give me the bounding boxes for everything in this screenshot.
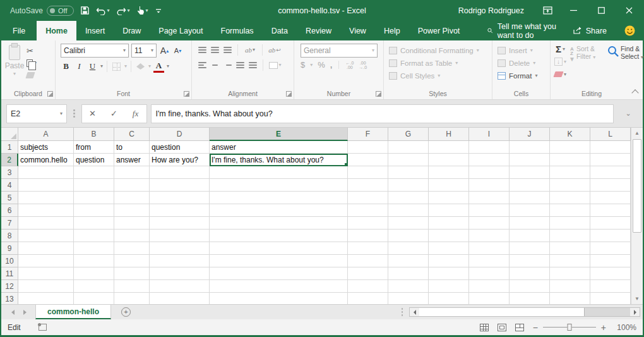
wrap-text-button[interactable]: ab↩	[268, 44, 281, 56]
previous-sheet-arrow[interactable]	[11, 310, 15, 315]
fill-color-button[interactable]	[135, 60, 146, 73]
paste-button[interactable]: Paste ▾	[3, 42, 27, 89]
row-header-11[interactable]: 11	[1, 267, 18, 280]
column-header-C[interactable]: C	[114, 128, 150, 141]
cell-F2[interactable]	[348, 154, 388, 166]
name-box-input[interactable]	[11, 109, 47, 118]
cell-A7[interactable]	[18, 217, 74, 230]
cell-J3[interactable]	[510, 166, 550, 179]
cell-G12[interactable]	[388, 280, 429, 293]
cell-E13[interactable]	[210, 293, 348, 304]
cell-K8[interactable]	[550, 230, 590, 242]
cell-H12[interactable]	[429, 280, 469, 293]
cell-G8[interactable]	[388, 230, 429, 242]
cell-L2[interactable]	[590, 154, 631, 166]
cell-J6[interactable]	[510, 204, 550, 217]
cell-K3[interactable]	[550, 166, 590, 179]
cell-C2[interactable]: answer	[114, 154, 150, 166]
cell-K4[interactable]	[550, 179, 590, 192]
alignment-dialog-launcher[interactable]	[286, 91, 292, 97]
increase-decimal-button[interactable]: ←.0 .00	[345, 61, 354, 70]
horizontal-scrollbar[interactable]	[409, 307, 640, 317]
column-header-I[interactable]: I	[469, 128, 510, 141]
cell-C13[interactable]	[114, 293, 150, 304]
insert-function-button[interactable]: fx	[125, 109, 146, 119]
cell-G1[interactable]	[388, 141, 429, 154]
cell-E12[interactable]	[210, 280, 348, 293]
tab-strip-splitter[interactable]	[399, 308, 406, 316]
cell-J13[interactable]	[510, 293, 550, 304]
cell-E11[interactable]	[210, 267, 348, 280]
cell-F11[interactable]	[348, 267, 388, 280]
cell-G2[interactable]	[388, 154, 429, 166]
redo-dropdown[interactable]: ▾	[128, 8, 130, 13]
tab-insert[interactable]: Insert	[76, 21, 114, 40]
cell-G4[interactable]	[388, 179, 429, 192]
cell-I2[interactable]	[469, 154, 510, 166]
cell-C11[interactable]	[114, 267, 150, 280]
conditional-formatting-button[interactable]: Conditional Formatting▾	[389, 45, 489, 56]
top-align-button[interactable]	[198, 47, 206, 53]
cell-F10[interactable]	[348, 255, 388, 267]
cell-A8[interactable]	[18, 230, 74, 242]
column-header-F[interactable]: F	[348, 128, 388, 141]
cell-J1[interactable]	[510, 141, 550, 154]
cell-I6[interactable]	[469, 204, 510, 217]
cell-L1[interactable]	[590, 141, 631, 154]
expand-formula-bar-button[interactable]: ⌄	[617, 109, 639, 118]
tab-draw[interactable]: Draw	[114, 21, 150, 40]
cell-H1[interactable]	[429, 141, 469, 154]
cell-H13[interactable]	[429, 293, 469, 304]
cell-F6[interactable]	[348, 204, 388, 217]
cell-I1[interactable]	[469, 141, 510, 154]
tab-power-pivot[interactable]: Power Pivot	[409, 21, 469, 40]
row-header-13[interactable]: 13	[1, 293, 18, 304]
row-header-2[interactable]: 2	[1, 154, 18, 166]
bold-button[interactable]: B	[61, 60, 71, 73]
cell-J10[interactable]	[510, 255, 550, 267]
cell-A13[interactable]	[18, 293, 74, 304]
autosave-toggle[interactable]: Off	[47, 6, 73, 16]
macro-record-button[interactable]	[39, 324, 47, 331]
cell-I13[interactable]	[469, 293, 510, 304]
column-header-A[interactable]: A	[18, 128, 74, 141]
enter-entry-button[interactable]: ✓	[104, 109, 125, 118]
cell-E8[interactable]	[210, 230, 348, 242]
row-header-6[interactable]: 6	[1, 204, 18, 217]
cell-K2[interactable]	[550, 154, 590, 166]
clear-button[interactable]: ▾	[554, 69, 566, 80]
name-box[interactable]: ▾	[6, 104, 67, 123]
row-header-9[interactable]: 9	[1, 242, 18, 255]
page-layout-view-button[interactable]	[498, 324, 506, 331]
insert-cells-button[interactable]: Insert▾	[498, 45, 547, 56]
cell-C9[interactable]	[114, 242, 150, 255]
undo-dropdown[interactable]: ▾	[107, 8, 110, 13]
row-header-3[interactable]: 3	[1, 166, 18, 179]
cell-A12[interactable]	[18, 280, 74, 293]
copy-button[interactable]: ▾	[27, 58, 37, 68]
fill-button[interactable]: ↓▾	[554, 56, 566, 67]
row-header-12[interactable]: 12	[1, 280, 18, 293]
cell-F9[interactable]	[348, 242, 388, 255]
column-header-D[interactable]: D	[150, 128, 210, 141]
cell-K10[interactable]	[550, 255, 590, 267]
new-sheet-button[interactable]: +	[111, 305, 141, 319]
cell-A4[interactable]	[18, 179, 74, 192]
cell-G10[interactable]	[388, 255, 429, 267]
cell-B8[interactable]	[74, 230, 114, 242]
cell-C10[interactable]	[114, 255, 150, 267]
cell-H10[interactable]	[429, 255, 469, 267]
font-color-dropdown[interactable]: ▾	[167, 64, 169, 69]
zoom-out-button[interactable]: −	[533, 322, 538, 333]
cell-G13[interactable]	[388, 293, 429, 304]
cell-C8[interactable]	[114, 230, 150, 242]
cell-J5[interactable]	[510, 192, 550, 204]
row-header-1[interactable]: 1	[1, 141, 18, 154]
underline-button[interactable]: U	[87, 60, 98, 73]
cell-K9[interactable]	[550, 242, 590, 255]
cell-G9[interactable]	[388, 242, 429, 255]
italic-button[interactable]: I	[74, 60, 85, 73]
page-break-preview-button[interactable]	[515, 324, 524, 331]
borders-button[interactable]	[111, 60, 122, 73]
column-header-E[interactable]: E	[210, 128, 348, 141]
